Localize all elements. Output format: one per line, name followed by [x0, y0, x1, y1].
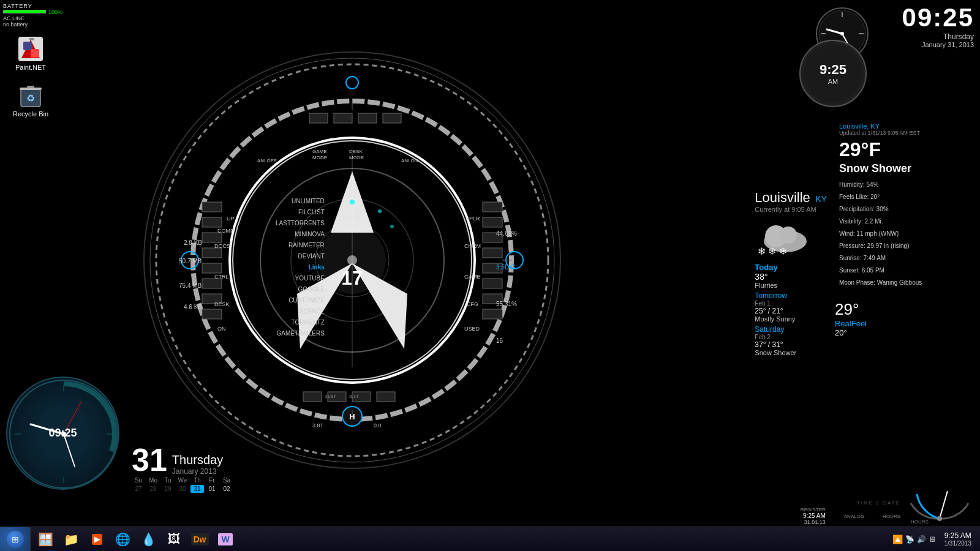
taskbar-item-folder[interactable]: 📁 [59, 528, 83, 550]
taskbar-explorer-icon: 🪟 [38, 532, 53, 547]
forecast-state: KY [815, 194, 827, 204]
link-item-links[interactable]: Links [276, 262, 325, 273]
svg-text:DESK: DESK [214, 301, 230, 307]
cal-month-year: January 2013 [172, 467, 223, 476]
svg-rect-56 [483, 279, 502, 288]
time-gate-hours-label: HOURS [883, 514, 900, 519]
forecast-today-desc: Flurries [755, 282, 827, 289]
left-panel-links: UNLIMITED FILCLIST LASTTORRENTS MININOVA… [276, 196, 325, 339]
taskbar-item-image[interactable]: 🖼 [162, 528, 186, 550]
start-orb: ⊞ [7, 531, 24, 548]
forecast-widget: Louisville KY Currently at 9:05 AM ❄ ❄ ❄… [755, 190, 827, 356]
weather-sunset: Sunset: 6:05 PM [839, 266, 974, 276]
svg-rect-46 [202, 248, 222, 258]
clock-widget-top: 09:25 Thursday January 31, 2013 [902, 3, 974, 48]
svg-text:4.6 KB: 4.6 KB [184, 304, 202, 310]
taskbar-item-word[interactable]: W [213, 528, 238, 550]
svg-rect-43 [202, 202, 222, 212]
battery-widget: BATTERY 100% AC LINE no battery [3, 3, 62, 28]
link-item-deviant[interactable]: DEVIANT [276, 251, 325, 262]
svg-text:DOCS: DOCS [214, 243, 230, 249]
svg-text:75.4 MB: 75.4 MB [179, 282, 202, 289]
cal-header-sa: Sa [220, 477, 233, 484]
clock-day: Thursday [902, 32, 974, 41]
link-item-filclist[interactable]: FILCLIST [276, 207, 325, 218]
weather-temp: 29°F [839, 138, 974, 161]
link-item-youtube[interactable]: YOUTUBE [276, 273, 325, 284]
cal-day-name: Thursday [172, 453, 223, 467]
forecast-tomorrow-date: Feb 1 [755, 300, 827, 307]
forecast-tomorrow-label: Tomorrow [755, 291, 827, 300]
svg-rect-51 [483, 202, 502, 212]
digital-clock-circle: 9:25 AM [799, 40, 867, 107]
svg-point-101 [780, 227, 797, 244]
time-gate-label2: REGISTER [801, 507, 826, 512]
svg-text:GAME: GAME [312, 149, 327, 154]
svg-rect-58 [483, 309, 502, 319]
svg-rect-41 [358, 113, 377, 123]
taskbar-item-dw[interactable]: Dw [187, 528, 212, 550]
recycle-bin-icon[interactable]: ♻ Recycle Bin [6, 83, 55, 118]
weather-wind: Wind: 11 mph (WNW) [839, 229, 974, 239]
tray-monitor-icon[interactable]: 🖥 [929, 535, 936, 544]
calendar-grid: Su Mo Tu We Th Fr Sa 27 28 29 30 31 01 0… [132, 477, 233, 493]
link-item-mininova[interactable]: MININOVA [276, 229, 325, 240]
taskbar-item-explorer[interactable]: 🪟 [33, 528, 58, 550]
link-item-customize[interactable]: CUSTOMIZE [276, 295, 325, 306]
svg-text:0.0: 0.0 [374, 422, 382, 429]
svg-text:MODE: MODE [312, 155, 327, 160]
svg-point-34 [378, 209, 382, 213]
svg-line-112 [940, 491, 948, 519]
svg-rect-52 [483, 217, 502, 227]
weather-location: Louisville, KY [839, 122, 974, 130]
svg-text:3.1T: 3.1T [349, 394, 359, 399]
bottom-clock-time: 09:25 [48, 427, 77, 440]
taskbar-right: 🔼 📡 🔊 🖥 9:25 AM 1/31/2013 [892, 530, 981, 548]
desktop-icons: Paint.NET ♻ Recycle Bin [6, 37, 55, 118]
hud-display: H 44.69% 55.31% 3.5D G 2.8 KB 50.7 MB 75… [123, 31, 582, 490]
svg-rect-48 [202, 279, 222, 288]
forecast-city: Louisville [755, 190, 810, 205]
svg-text:ANI ON: ANI ON [401, 158, 418, 163]
start-button[interactable]: ⊞ [0, 527, 31, 552]
cal-cell-01: 01 [205, 485, 219, 493]
svg-rect-45 [202, 233, 222, 242]
svg-text:♻: ♻ [26, 93, 35, 103]
paintnet-icon[interactable]: Paint.NET [6, 37, 55, 71]
taskbar-drop-icon: 💧 [141, 532, 156, 547]
taskbar-item-media[interactable]: ▶ [85, 528, 109, 550]
svg-text:MODE: MODE [349, 155, 364, 160]
svg-text:USED: USED [464, 326, 480, 332]
svg-text:50.7 MB: 50.7 MB [179, 258, 202, 264]
svg-point-17 [840, 32, 844, 36]
cal-cell-28: 28 [146, 485, 160, 493]
svg-rect-62 [377, 392, 395, 402]
weather-condition: Snow Shower [839, 162, 974, 175]
link-item-torrentz[interactable]: TORRENTZ [276, 317, 325, 328]
link-item-google[interactable]: GOOGLE [276, 284, 325, 295]
link-item-rainmeter[interactable]: RAINMETER [276, 240, 325, 251]
realfeel-sub: 20° [835, 328, 867, 337]
paintnet-label: Paint.NET [15, 64, 46, 71]
svg-text:CTRL: CTRL [214, 274, 229, 280]
windows-logo: ⊞ [12, 534, 19, 544]
weather-sunrise: Sunrise: 7:49 AM [839, 253, 974, 263]
forecast-tomorrow-temp: 25° / 21° [755, 307, 827, 315]
taskbar-clock[interactable]: 9:25 AM 1/31/2013 [941, 530, 976, 548]
tray-network-icon[interactable]: 📡 [905, 535, 914, 544]
link-item-unlimited[interactable]: UNLIMITED [276, 196, 325, 207]
svg-rect-50 [202, 309, 222, 319]
weather-precip: Precipitation: 30% [839, 204, 974, 214]
digital-clock-time: 9:25 [820, 62, 846, 78]
svg-text:CHRM: CHRM [464, 243, 481, 249]
clock-time-big: 09:25 [902, 3, 974, 32]
tray-arrow-icon[interactable]: 🔼 [892, 534, 903, 544]
link-item-scenefz[interactable]: SCENDZ [276, 306, 325, 317]
cal-cell-29: 29 [161, 485, 175, 493]
taskbar-item-chrome[interactable]: 🌐 [110, 528, 135, 550]
tray-volume-icon[interactable]: 🔊 [917, 535, 926, 544]
cal-date-num: 31 [132, 444, 167, 476]
link-item-lasttorrents[interactable]: LASTTORRENTS [276, 218, 325, 229]
link-item-gametrailers[interactable]: GAMETRAILERS [276, 328, 325, 339]
taskbar-item-drop[interactable]: 💧 [136, 528, 160, 550]
